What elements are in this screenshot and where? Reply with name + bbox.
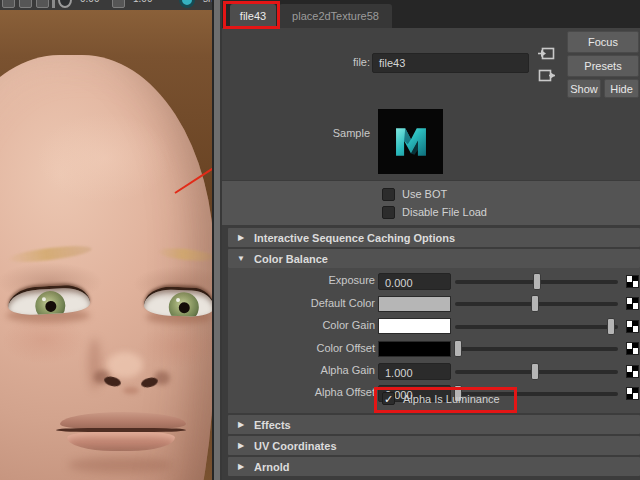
- color-gain-swatch[interactable]: [378, 318, 451, 334]
- dial-icon[interactable]: [58, 0, 72, 8]
- default-color-swatch[interactable]: [378, 296, 451, 312]
- slider-handle[interactable]: [607, 318, 615, 335]
- default-color-slider[interactable]: [455, 295, 618, 312]
- maya-logo-icon: [388, 119, 434, 165]
- alpha-is-luminance-label: Alpha Is Luminance: [403, 393, 500, 405]
- right-iris: [168, 292, 199, 318]
- nose-tip-highlight: [107, 352, 143, 378]
- section-effects[interactable]: ▶ Effects: [228, 415, 640, 434]
- toolbar-value-b[interactable]: 1.00: [133, 0, 152, 10]
- section-arnold[interactable]: ▶ Arnold: [228, 457, 640, 476]
- expand-triangle-icon: ▼: [228, 254, 254, 263]
- alpha-offset-label: Alpha Offset: [235, 386, 375, 398]
- toolbar-icon[interactable]: [36, 0, 49, 8]
- alpha-gain-input[interactable]: 1.000: [378, 363, 451, 380]
- viewport-toolbar: 0.00 1.00 sh: [0, 0, 212, 10]
- section-interactive-sequence-caching[interactable]: ▶ Interactive Sequence Caching Options: [228, 228, 640, 247]
- section-color-balance[interactable]: ▼ Color Balance: [228, 249, 640, 268]
- color-offset-slider[interactable]: [455, 340, 618, 357]
- eye-highlight: [176, 298, 180, 302]
- slider-handle[interactable]: [531, 295, 539, 312]
- eye-highlight: [42, 297, 46, 301]
- alpha-offset-map-icon[interactable]: [626, 387, 639, 400]
- default-color-label: Default Color: [235, 297, 375, 309]
- collapse-triangle-icon: ▶: [228, 420, 254, 429]
- collapse-triangle-icon: ▶: [228, 462, 254, 471]
- slider-handle[interactable]: [533, 273, 541, 290]
- toolbar-value-a[interactable]: 0.00: [80, 0, 99, 10]
- exposure-map-icon[interactable]: [626, 275, 639, 288]
- use-bot-checkbox[interactable]: [382, 188, 395, 201]
- tab-bar: file43 place2dTexture58: [222, 0, 640, 28]
- exposure-slider[interactable]: [455, 273, 618, 290]
- output-connection-icon[interactable]: [536, 66, 556, 84]
- hide-button[interactable]: Hide: [604, 79, 639, 98]
- toolbar-partial-label: sh: [203, 0, 212, 10]
- columella-shadow: [123, 387, 139, 394]
- panel-splitter[interactable]: [212, 0, 222, 480]
- color-gain-slider[interactable]: [455, 318, 618, 335]
- right-pupil: [179, 302, 190, 313]
- 3d-viewport[interactable]: [0, 10, 212, 480]
- disable-file-load-label: Disable File Load: [402, 206, 487, 218]
- exposure-input[interactable]: 0.000: [378, 273, 451, 290]
- color-offset-map-icon[interactable]: [626, 342, 639, 355]
- texture-sample-swatch[interactable]: [378, 109, 443, 174]
- presets-button[interactable]: Presets: [567, 55, 639, 77]
- toolbar-icon[interactable]: [19, 0, 32, 8]
- use-bot-label: Use BOT: [402, 188, 447, 200]
- disable-file-load-checkbox[interactable]: [382, 206, 395, 219]
- section-uv-coordinates[interactable]: ▶ UV Coordinates: [228, 436, 640, 455]
- color-gain-map-icon[interactable]: [626, 320, 639, 333]
- upper-lip: [60, 412, 186, 429]
- exposure-label: Exposure: [235, 274, 375, 286]
- file-name-input[interactable]: file43: [372, 53, 529, 73]
- alpha-is-luminance-checkbox[interactable]: ✓: [382, 392, 395, 405]
- collapse-triangle-icon: ▶: [228, 441, 254, 450]
- color-offset-label: Color Offset: [235, 342, 375, 354]
- show-button[interactable]: Show: [567, 79, 601, 98]
- collapse-triangle-icon: ▶: [228, 233, 254, 242]
- toolbar-icon[interactable]: [2, 0, 15, 8]
- slider-handle[interactable]: [454, 340, 462, 357]
- teal-sphere-icon[interactable]: [179, 0, 195, 8]
- left-pupil: [45, 301, 57, 313]
- slider-handle[interactable]: [531, 363, 539, 380]
- sample-label: Sample: [282, 127, 370, 139]
- chin-shadow: [68, 457, 172, 473]
- attribute-editor: file43 place2dTexture58 file: file43 Foc…: [222, 0, 640, 480]
- left-iris: [35, 290, 67, 316]
- focus-button[interactable]: Focus: [567, 31, 639, 53]
- color-offset-swatch[interactable]: [378, 341, 451, 357]
- input-connection-icon[interactable]: [536, 44, 556, 62]
- color-gain-label: Color Gain: [235, 319, 375, 331]
- file-label: file:: [282, 56, 370, 68]
- right-eye: [144, 286, 212, 317]
- pin-icon[interactable]: [52, 0, 55, 8]
- tab-place2dtexture58[interactable]: place2dTexture58: [279, 4, 392, 28]
- toolbar-icon[interactable]: [112, 0, 125, 8]
- alpha-gain-label: Alpha Gain: [235, 364, 375, 376]
- alpha-gain-slider[interactable]: [455, 363, 618, 380]
- tab-file43[interactable]: file43: [230, 4, 276, 28]
- file-options-band: Use BOT Disable File Load: [222, 180, 640, 226]
- default-color-map-icon[interactable]: [626, 297, 639, 310]
- alpha-gain-map-icon[interactable]: [626, 365, 639, 378]
